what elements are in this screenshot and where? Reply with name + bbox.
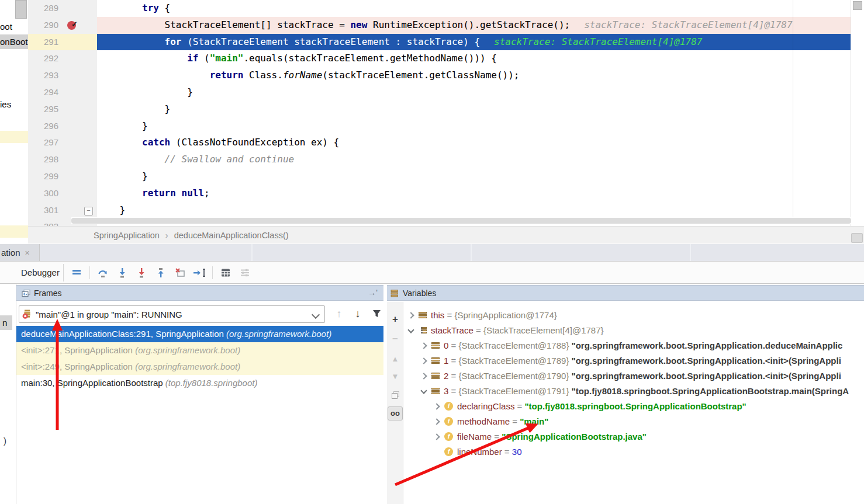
code-text[interactable]: } (97, 168, 851, 185)
list-item-selected[interactable]: n (0, 315, 12, 330)
line-number[interactable]: 292 (28, 50, 64, 67)
step-into-icon[interactable] (116, 266, 129, 279)
line-number[interactable]: 296 (28, 118, 64, 135)
scrollbar-thumb[interactable] (71, 218, 851, 224)
line-number[interactable]: 289 (28, 0, 64, 17)
filter-icon[interactable] (369, 306, 383, 321)
add-watch-icon[interactable]: + (387, 312, 403, 326)
code-line-290[interactable]: 290✓ StackTraceElement[] stackTrace = ne… (28, 17, 851, 34)
variable-row[interactable]: flineNumber = 30 (403, 444, 864, 459)
fold-gutter-cell[interactable] (82, 101, 97, 118)
line-number[interactable]: 291 (28, 34, 64, 51)
fold-gutter-cell[interactable]: − (82, 202, 97, 219)
variable-row[interactable]: fdeclaringClass = "top.fjy8018.springboo… (403, 398, 864, 413)
tab-debugger[interactable]: Debugger (21, 262, 60, 283)
code-line-294[interactable]: 294 } (28, 84, 851, 101)
run-session-tab[interactable]: ation× (0, 244, 40, 261)
chevron-right-icon[interactable] (421, 357, 427, 364)
close-icon[interactable]: × (25, 248, 30, 258)
gutter-icon-cell[interactable] (64, 185, 82, 202)
variable-row[interactable]: 3 = {StackTraceElement@1791} "top.fjy801… (403, 383, 864, 398)
gutter-icon-cell[interactable] (64, 134, 82, 151)
chevron-right-icon[interactable] (434, 418, 440, 425)
line-number[interactable]: 299 (28, 168, 64, 185)
code-text[interactable]: if ("main".equals(stackTraceElement.getM… (97, 50, 851, 67)
step-out-icon[interactable] (154, 266, 167, 279)
run-to-cursor-icon[interactable] (193, 266, 206, 279)
line-number[interactable]: 295 (28, 101, 64, 118)
move-down-icon[interactable]: ▼ (387, 370, 403, 384)
line-number[interactable]: 290 (28, 17, 64, 34)
code-line-291[interactable]: 291 for (StackTraceElement stackTraceEle… (28, 34, 851, 51)
line-number[interactable]: 294 (28, 84, 64, 101)
gutter-icon-cell[interactable] (64, 202, 82, 219)
code-text[interactable]: } (97, 84, 851, 101)
chevron-down-icon[interactable] (408, 327, 414, 333)
code-text[interactable]: for (StackTraceElement stackTraceElement… (97, 34, 851, 51)
evaluate-expression-icon[interactable] (219, 266, 232, 279)
code-line-295[interactable]: 295 } (28, 101, 851, 118)
move-up-icon[interactable]: ▲ (387, 352, 403, 366)
fold-gutter-cell[interactable] (82, 50, 97, 67)
chevron-down-icon[interactable] (421, 388, 427, 394)
code-text[interactable]: catch (ClassNotFoundException ex) { (97, 134, 851, 151)
line-number[interactable]: 297 (28, 134, 64, 151)
remove-watch-icon[interactable]: − (387, 332, 403, 346)
variable-row[interactable]: stackTrace = {StackTraceElement[4]@1787} (403, 322, 864, 338)
code-text[interactable]: return Class.forName(stackTraceElement.g… (97, 67, 851, 84)
scrollbar-thumb[interactable] (853, 1, 862, 10)
chevron-right-icon[interactable] (434, 433, 440, 440)
code-line-292[interactable]: 292 if ("main".equals(stackTraceElement.… (28, 50, 851, 67)
gutter-icon-cell[interactable] (64, 168, 82, 185)
code-line-301[interactable]: 301− } (28, 202, 851, 219)
previous-frame-icon[interactable]: ↑ (332, 306, 346, 321)
editor-horizontal-scrollbar[interactable] (71, 217, 851, 224)
fold-gutter-cell[interactable] (82, 67, 97, 84)
gutter-icon-cell[interactable] (64, 118, 82, 135)
variable-row[interactable]: fmethodName = "main" (403, 413, 864, 429)
fold-gutter-cell[interactable] (82, 0, 97, 17)
gutter-icon-cell[interactable] (64, 101, 82, 118)
code-line-296[interactable]: 296 } (28, 118, 851, 135)
frame-row[interactable]: main:30, SpringApplicationBootstrap (top… (16, 375, 383, 391)
show-watches-toggle[interactable]: oo (387, 406, 403, 421)
code-text[interactable]: StackTraceElement[] stackTrace = new Run… (97, 17, 851, 34)
show-execution-point-icon[interactable] (70, 266, 83, 279)
fold-gutter-cell[interactable] (82, 185, 97, 202)
gutter-icon-cell[interactable] (64, 34, 82, 51)
code-text[interactable]: // Swallow and continue (97, 151, 851, 168)
line-number[interactable]: 298 (28, 151, 64, 168)
fold-gutter-cell[interactable] (82, 168, 97, 185)
project-tree-item[interactable]: ies (0, 97, 28, 112)
code-line-300[interactable]: 300 return null; (28, 185, 851, 202)
chevron-right-icon[interactable] (421, 342, 427, 349)
variable-row[interactable]: ffileName = "SpringApplicationBootstrap.… (403, 429, 864, 444)
next-frame-icon[interactable]: ↓ (351, 306, 365, 321)
project-tree-item-selected[interactable]: onBoot (0, 34, 28, 49)
line-number[interactable]: 300 (28, 185, 64, 202)
thread-selector[interactable]: "main"@1 in group "main": RUNNING (19, 305, 325, 323)
fold-gutter-cell[interactable] (82, 34, 97, 51)
fold-icon[interactable]: − (84, 207, 93, 215)
code-text[interactable]: try { (97, 0, 851, 17)
gutter-icon-cell[interactable] (64, 84, 82, 101)
code-text[interactable]: } (97, 118, 851, 135)
project-scrollbar-thumb[interactable] (15, 0, 27, 19)
chevron-right-icon[interactable] (434, 403, 440, 409)
code-line-299[interactable]: 299 } (28, 168, 851, 185)
breadcrumb-method[interactable]: deduceMainApplicationClass() (174, 231, 289, 240)
chevron-right-icon[interactable] (408, 312, 414, 318)
frame-row[interactable]: deduceMainApplicationClass:291, SpringAp… (16, 326, 383, 342)
gutter-icon-cell[interactable]: ✓ (64, 17, 82, 34)
fold-gutter-cell[interactable] (82, 134, 97, 151)
frame-row[interactable]: <init>:271, SpringApplication (org.sprin… (16, 342, 383, 359)
gutter-icon-cell[interactable] (64, 67, 82, 84)
code-text[interactable]: } (97, 101, 851, 118)
chevron-down-icon[interactable] (312, 311, 320, 319)
line-number[interactable]: 302 (28, 218, 64, 226)
code-line-298[interactable]: 298 // Swallow and continue (28, 151, 851, 168)
gutter-icon-cell[interactable] (64, 151, 82, 168)
variable-row[interactable]: this = {SpringApplication@1774} (403, 307, 864, 322)
variable-row[interactable]: 1 = {StackTraceElement@1789} "org.spring… (403, 353, 864, 368)
fold-gutter-cell[interactable] (82, 84, 97, 101)
